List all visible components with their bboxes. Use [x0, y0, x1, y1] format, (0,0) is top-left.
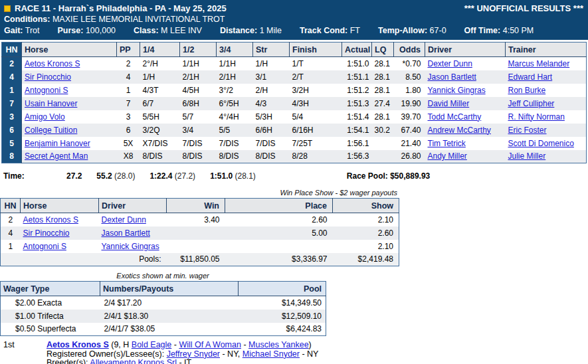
wps-pools-row: Pools: $11,850.05 $3,336.97 $2,419.48 [1, 253, 399, 266]
sire-link[interactable]: Bold Eagle [132, 340, 171, 349]
driver-link[interactable]: Dexter Dunn [428, 59, 472, 68]
breeder-line: Breeder(s): Allevamento Kronos Srl - IT [47, 359, 318, 364]
actual-cell: 1:54.1 [342, 124, 372, 137]
wps-header-row: HN Horse Driver Win Place Show [1, 199, 399, 213]
driver-link[interactable]: Yannick Gingras [428, 86, 486, 95]
driver-link[interactable]: Yannick Gingras [102, 242, 159, 251]
owner-link[interactable]: Michael Snyder [243, 349, 300, 359]
horse-link[interactable]: Benjamin Hanover [25, 139, 90, 148]
stat-temp-allow: Temp-Allow: 67-0 [378, 25, 446, 37]
col-header-place: Place [225, 199, 333, 213]
driver-link[interactable]: Todd McCarthy [428, 112, 482, 122]
trainer-link[interactable]: Jeff Cullipher [508, 99, 555, 108]
stretch-cell: 7/DIS [253, 137, 290, 150]
half-cell: 7/DIS [180, 137, 217, 150]
col-header-win: Win [167, 199, 225, 213]
results-row: 7 Usain Hanover 7 6/7 6/8H 6°/5H 4/3 4/3… [2, 97, 587, 110]
driver-link[interactable]: Jason Bartlett [102, 228, 150, 238]
driver-link[interactable]: Tim Tetrick [428, 139, 466, 148]
col-header-wager-type: Wager Type [1, 282, 100, 296]
lq-cell [372, 150, 394, 163]
horse-link[interactable]: Usain Hanover [25, 99, 77, 108]
stretch-cell: 2/H [253, 84, 290, 97]
driver-link[interactable]: David Miller [428, 99, 470, 108]
race-results-table: HN Horse PP 1/4 1/2 3/4 Str Finish Actua… [1, 42, 587, 163]
finish-cell: 6/16H [290, 124, 342, 137]
exotics-table: Wager Type Numbers/Payouts Pool $2.00 Ex… [0, 281, 326, 336]
odds-cell: 26.80 [394, 150, 425, 163]
driver-link[interactable]: Andrew McCarthy [428, 126, 491, 135]
quarter-cell: X7/DIS [140, 137, 180, 150]
owner-link[interactable]: Jeffrey Snyder [167, 349, 220, 359]
breeder-link[interactable]: Allevamento Kronos Srl [90, 358, 177, 364]
horse-link[interactable]: Sir Pinocchio [23, 228, 70, 238]
hn-cell: 1 [1, 240, 21, 253]
quarter-cell: 4/3T [140, 84, 180, 97]
col-header-driver: Driver [425, 43, 506, 57]
three-quarter-cell: 5/5 [217, 124, 253, 137]
trainer-link[interactable]: Eric Foster [508, 126, 547, 135]
fraction-times-line: Time: 27.2 55.2 (28.0) 1:22.4 (27.2) 1:5… [3, 171, 588, 182]
col-header-stretch: Str [253, 43, 290, 57]
col-header-quarter: 1/4 [140, 43, 180, 57]
place-cell: 2.60 [225, 213, 333, 227]
horse-cell: Secret Agent Man [22, 150, 117, 163]
damsire-link[interactable]: Muscles Yankee [248, 340, 309, 349]
trainer-link[interactable]: Marcus Melander [508, 59, 570, 68]
hn-cell: 7 [2, 97, 22, 110]
win-place-show-table: HN Horse Driver Win Place Show 2 Aetos K… [0, 198, 399, 266]
horse-link[interactable]: Aetos Kronos S [47, 340, 109, 349]
pp-cell: 5X [117, 137, 140, 150]
col-header-trainer: Trainer [506, 43, 587, 57]
trainer-link[interactable]: Julie Miller [508, 151, 546, 161]
hn-cell: 4 [1, 227, 21, 240]
race-pool: Race Pool: $50,889.93 [347, 171, 430, 181]
horse-cell: Antognoni S [22, 84, 117, 97]
exotics-caption: Exotics shown at min. wager [0, 272, 326, 280]
conditions-value: MAXIE LEE MEMORIAL INVITATIONAL TROT [50, 15, 225, 24]
col-header-hn: HN [1, 199, 21, 213]
horse-link[interactable]: Aetos Kronos S [25, 59, 80, 68]
empty-cell [21, 253, 99, 266]
trainer-link[interactable]: Scott Di Domenico [508, 139, 574, 148]
trainer-link[interactable]: Edward Hart [508, 72, 553, 82]
pools-label: Pools: [99, 253, 167, 266]
col-header-actual: Actual [342, 43, 372, 57]
trainer-link[interactable]: Ron Burke [508, 86, 546, 95]
col-header-driver: Driver [99, 199, 167, 213]
wager-type-cell: $0.50 Superfecta [1, 323, 100, 336]
pool-cell: $6,424.83 [239, 323, 326, 336]
hn-cell: 5 [2, 137, 22, 150]
finish-cell: 4/3H [290, 97, 342, 110]
driver-link[interactable]: Andy Miller [428, 151, 467, 161]
wager-type-cell: $1.00 Trifecta [1, 310, 100, 323]
first-finisher-block: 1st Aetos Kronos S (9, H Bold Eagle - Wi… [3, 341, 588, 364]
dam-link[interactable]: Will Of A Woman [179, 340, 241, 349]
half-time: 55.2 (28.0) [96, 171, 135, 181]
results-row: 5 Benjamin Hanover 5X X7/DIS 7/DIS 7/DIS… [2, 137, 587, 150]
driver-link[interactable]: Dexter Dunn [102, 215, 146, 225]
pool-cell: $14,349.50 [239, 296, 326, 310]
trainer-link[interactable]: R. Nifty Norman [508, 112, 565, 122]
col-header-half: 1/2 [180, 43, 217, 57]
horse-link[interactable]: College Tuition [25, 126, 77, 135]
pp-cell: 3 [117, 110, 140, 124]
show-cell: 2.10 [333, 213, 399, 227]
horse-link[interactable]: Secret Agent Man [25, 151, 88, 161]
driver-link[interactable]: Jason Bartlett [428, 72, 476, 82]
driver-cell: Jason Bartlett [425, 70, 506, 84]
horse-link[interactable]: Antognoni S [23, 242, 66, 251]
driver-cell: Andrew McCarthy [425, 124, 506, 137]
horse-link[interactable]: Sir Pinocchio [25, 72, 71, 82]
win-cell: 3.40 [167, 213, 225, 227]
owner-line: Registered Owner(s)/Lessee(s): Jeffrey S… [47, 350, 318, 359]
actual-cell: 1:51.0 [342, 57, 372, 70]
horse-link[interactable]: Aetos Kronos S [23, 215, 78, 225]
horse-link[interactable]: Antognoni S [25, 86, 68, 95]
pool-cell: $12,509.10 [239, 310, 326, 323]
col-header-finish: Finish [290, 43, 342, 57]
lq-cell: 27.4 [372, 97, 394, 110]
owner-label: Registered Owner(s)/Lessee(s): [47, 349, 167, 359]
trainer-cell: Edward Hart [506, 70, 587, 84]
horse-link[interactable]: Amigo Volo [25, 112, 65, 122]
